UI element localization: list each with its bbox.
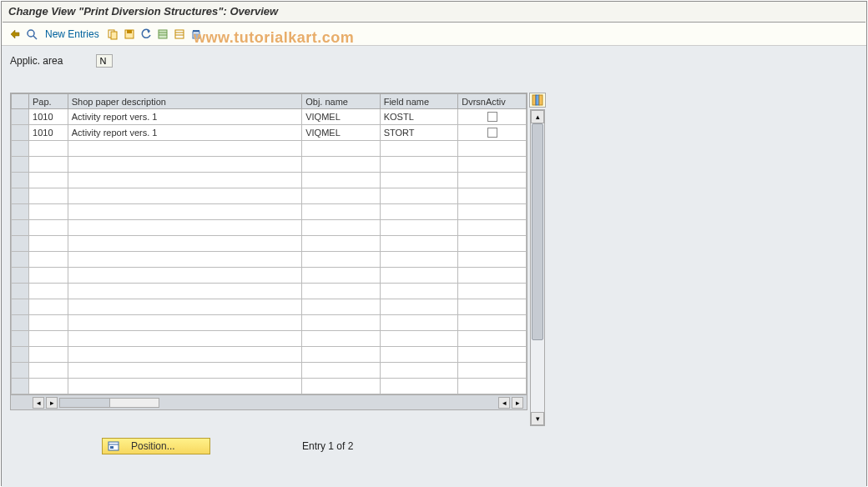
svg-rect-19 (539, 95, 542, 105)
position-label: Position... (131, 440, 175, 452)
cell-pap[interactable]: 1010 (29, 125, 68, 141)
table-row[interactable] (12, 379, 527, 394)
row-selector[interactable] (12, 268, 29, 284)
row-selector[interactable] (12, 315, 29, 331)
row-selector[interactable] (12, 125, 29, 141)
row-selector[interactable] (12, 252, 29, 268)
position-icon (108, 440, 119, 452)
svg-line-1 (33, 36, 37, 39)
cell-desc[interactable]: Activity report vers. 1 (68, 125, 301, 141)
table-row[interactable] (12, 363, 527, 379)
scroll-last-icon[interactable]: ▸ (512, 397, 523, 409)
table-row[interactable] (12, 204, 527, 220)
row-selector[interactable] (12, 284, 29, 299)
find-icon[interactable] (25, 28, 38, 41)
table-row[interactable] (12, 220, 527, 236)
cell-dvrsn[interactable] (458, 125, 527, 141)
table-row[interactable] (12, 331, 527, 347)
new-entries-link[interactable]: New Entries (45, 28, 99, 40)
cell-field[interactable]: STORT (380, 125, 457, 141)
scroll-up-icon[interactable]: ▴ (531, 110, 544, 123)
toggle-icon[interactable] (8, 28, 22, 41)
col-rownum[interactable] (12, 94, 29, 109)
cell-obj[interactable]: VIQMEL (302, 109, 380, 125)
row-selector[interactable] (12, 157, 29, 173)
table-row[interactable] (12, 299, 527, 315)
row-selector[interactable] (12, 188, 29, 204)
col-field[interactable]: Field name (380, 94, 457, 109)
save-icon[interactable] (123, 28, 136, 41)
table-row[interactable] (12, 141, 527, 157)
hscroll-track[interactable] (59, 398, 159, 408)
scroll-down-icon[interactable]: ▾ (531, 412, 544, 425)
svg-rect-6 (159, 30, 167, 38)
scroll-left-icon[interactable]: ▸ (46, 397, 58, 409)
table-row[interactable] (12, 236, 527, 252)
row-selector[interactable] (12, 204, 29, 220)
svg-point-0 (28, 30, 34, 37)
col-desc[interactable]: Shop paper description (68, 94, 301, 109)
select-all-icon[interactable] (156, 28, 169, 41)
row-selector[interactable] (12, 379, 29, 394)
row-selector[interactable] (12, 331, 29, 347)
data-table: Pap. Shop paper description Obj. name Fi… (10, 93, 527, 410)
delete-icon[interactable] (189, 28, 203, 41)
table-row[interactable]: 1010Activity report vers. 1VIQMELKOSTL (12, 109, 527, 125)
page-title: Change View "Print Diversion Structures"… (2, 2, 866, 21)
svg-rect-9 (175, 30, 184, 38)
table-settings-icon[interactable] (529, 93, 546, 108)
row-selector[interactable] (12, 236, 29, 252)
horizontal-scroll: ◂ ▸ ◂ ▸ (11, 394, 527, 409)
position-button[interactable]: Position... (102, 438, 210, 454)
copy-icon[interactable] (106, 28, 119, 41)
svg-rect-22 (110, 446, 114, 449)
table-row[interactable] (12, 173, 527, 188)
svg-rect-17 (532, 95, 536, 105)
svg-rect-18 (536, 95, 539, 105)
dvrsn-checkbox[interactable] (487, 112, 497, 122)
row-selector[interactable] (12, 299, 29, 315)
table-row[interactable] (12, 315, 527, 331)
toolbar: New Entries (2, 23, 866, 46)
table-row[interactable] (12, 157, 527, 173)
applic-area-label: Applic. area (10, 55, 63, 67)
cell-field[interactable]: KOSTL (380, 109, 457, 125)
scroll-first-icon[interactable]: ◂ (33, 397, 44, 409)
row-selector[interactable] (12, 173, 29, 188)
undo-icon[interactable] (139, 28, 153, 41)
col-pap[interactable]: Pap. (29, 94, 68, 109)
row-selector[interactable] (12, 347, 29, 363)
row-selector[interactable] (12, 220, 29, 236)
entry-counter: Entry 1 of 2 (302, 440, 353, 452)
deselect-all-icon[interactable] (173, 28, 186, 41)
table-row[interactable] (12, 252, 527, 268)
scroll-right-icon[interactable]: ◂ (498, 397, 510, 409)
dvrsn-checkbox[interactable] (487, 128, 497, 138)
row-selector[interactable] (12, 363, 29, 379)
cell-desc[interactable]: Activity report vers. 1 (68, 109, 301, 125)
svg-rect-5 (127, 30, 132, 33)
table-row[interactable] (12, 284, 527, 299)
svg-rect-13 (193, 30, 199, 32)
vertical-scroll[interactable]: ▴ ▾ (530, 109, 545, 426)
row-selector[interactable] (12, 141, 29, 157)
table-row[interactable] (12, 188, 527, 204)
cell-obj[interactable]: VIQMEL (302, 125, 380, 141)
table-row[interactable] (12, 347, 527, 363)
table-row[interactable]: 1010Activity report vers. 1VIQMELSTORT (12, 125, 527, 141)
cell-dvrsn[interactable] (458, 109, 527, 125)
table-row[interactable] (12, 268, 527, 284)
col-dvrsn[interactable]: DvrsnActiv (458, 94, 527, 109)
col-obj[interactable]: Obj. name (302, 94, 380, 109)
svg-rect-3 (111, 32, 117, 39)
cell-pap[interactable]: 1010 (29, 109, 68, 125)
row-selector[interactable] (12, 109, 29, 125)
applic-area-input[interactable] (96, 54, 113, 68)
applic-area-row: Applic. area (10, 54, 858, 68)
